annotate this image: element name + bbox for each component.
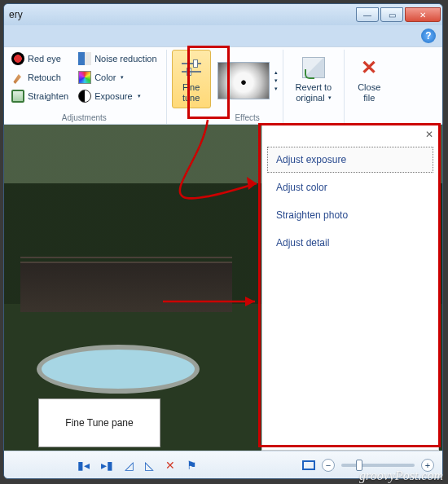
- zoom-out-button[interactable]: −: [322, 459, 335, 472]
- group-adjustments: Red eye Retouch Straighten Noise reducti…: [7, 50, 167, 124]
- ribbon: Red eye Retouch Straighten Noise reducti…: [4, 46, 442, 125]
- window-controls: — ▭ ✕: [356, 7, 442, 22]
- revert-label-1: Revert to: [296, 82, 332, 92]
- window-title: ery: [9, 9, 23, 20]
- redeye-button[interactable]: Red eye: [7, 50, 72, 68]
- panel-item-straighten-photo[interactable]: Straighten photo: [267, 202, 433, 228]
- exposure-button[interactable]: Exposure ▾: [74, 87, 160, 105]
- straighten-icon: [11, 90, 24, 103]
- noise-reduction-button[interactable]: Noise reduction: [74, 50, 160, 68]
- noise-reduction-label: Noise reduction: [94, 54, 156, 64]
- rotate-right-icon[interactable]: ◺: [145, 459, 154, 472]
- close-label-1: Close: [358, 82, 380, 92]
- fine-tune-label-1: Fine: [182, 82, 200, 92]
- effects-more-icon[interactable]: ▾: [275, 86, 278, 92]
- group-adjustments-label: Adjustments: [7, 112, 161, 124]
- minimize-button[interactable]: —: [356, 7, 379, 22]
- panel-items: Adjust exposure Adjust color Straighten …: [262, 147, 438, 256]
- group-finetune: Fine tune: [172, 50, 213, 124]
- bottom-toolbar: ▮◂ ▸▮ ◿ ◺ ✕ ⚑ − +: [4, 451, 442, 478]
- window-close-button[interactable]: ✕: [405, 7, 441, 22]
- help-icon[interactable]: ?: [421, 29, 436, 43]
- chevron-down-icon: ▾: [328, 95, 332, 101]
- zoom-in-button[interactable]: +: [421, 459, 434, 472]
- zoom-slider-handle[interactable]: [356, 460, 362, 471]
- exposure-icon: [78, 90, 91, 103]
- group-close: ✕ Close file: [349, 50, 393, 124]
- retouch-button[interactable]: Retouch: [7, 68, 72, 86]
- panel-item-adjust-detail[interactable]: Adjust detail: [267, 230, 433, 256]
- help-row: ?: [4, 25, 442, 46]
- chevron-down-icon: ▾: [121, 74, 124, 81]
- effects-scroll-down-icon[interactable]: ▾: [275, 77, 278, 84]
- revert-button[interactable]: Revert to original ▾: [288, 50, 340, 108]
- effect-thumbnail[interactable]: [217, 62, 270, 99]
- noise-reduction-icon: [78, 52, 91, 65]
- straighten-label: Straighten: [28, 91, 68, 101]
- delete-icon[interactable]: ✕: [165, 459, 175, 472]
- zoom-slider[interactable]: [341, 464, 415, 467]
- fine-tune-label-2: tune: [182, 93, 200, 103]
- photo-gallery-window: ery — ▭ ✕ ? Red eye Retouch: [3, 3, 443, 479]
- retouch-icon: [11, 71, 24, 84]
- fit-to-window-icon[interactable]: [302, 460, 315, 470]
- group-revert: Revert to original ▾: [288, 50, 345, 124]
- zoom-controls: − +: [302, 459, 434, 472]
- next-icon[interactable]: ▸▮: [101, 459, 113, 472]
- panel-item-adjust-color[interactable]: Adjust color: [267, 174, 433, 200]
- revert-label-2: original: [296, 93, 324, 103]
- close-x-icon: ✕: [357, 55, 381, 80]
- effects-scroll-up-icon[interactable]: ▴: [275, 69, 278, 76]
- color-label: Color: [94, 73, 116, 82]
- exposure-label: Exposure: [94, 91, 132, 101]
- rotate-left-icon[interactable]: ◿: [125, 459, 134, 472]
- straighten-button[interactable]: Straighten: [7, 87, 72, 105]
- group-effects: ▴ ▾ ▾ Effects: [217, 50, 283, 124]
- group-effects-label: Effects: [217, 112, 278, 124]
- sliders-icon: [179, 55, 204, 80]
- redeye-label: Red eye: [28, 54, 61, 64]
- prev-icon[interactable]: ▮◂: [77, 459, 90, 472]
- revert-icon: [301, 55, 326, 80]
- content-area: ✕ Adjust exposure Adjust color Straighte…: [4, 125, 442, 451]
- panel-close-icon[interactable]: ✕: [425, 129, 433, 140]
- color-icon: [78, 71, 91, 84]
- redeye-icon: [11, 52, 24, 65]
- flag-icon[interactable]: ⚑: [187, 459, 197, 472]
- titlebar: ery — ▭ ✕: [4, 4, 442, 25]
- close-label-2: file: [358, 93, 380, 103]
- color-button[interactable]: Color ▾: [74, 68, 160, 86]
- panel-item-adjust-exposure[interactable]: Adjust exposure: [267, 147, 433, 173]
- annotation-callout: Fine Tune pane: [38, 398, 160, 447]
- fine-tune-panel: ✕ Adjust exposure Adjust color Straighte…: [261, 125, 439, 451]
- chevron-down-icon: ▾: [138, 93, 141, 99]
- fine-tune-button[interactable]: Fine tune: [172, 50, 211, 108]
- retouch-label: Retouch: [28, 73, 61, 82]
- maximize-button[interactable]: ▭: [380, 7, 403, 22]
- close-file-button[interactable]: ✕ Close file: [349, 50, 389, 108]
